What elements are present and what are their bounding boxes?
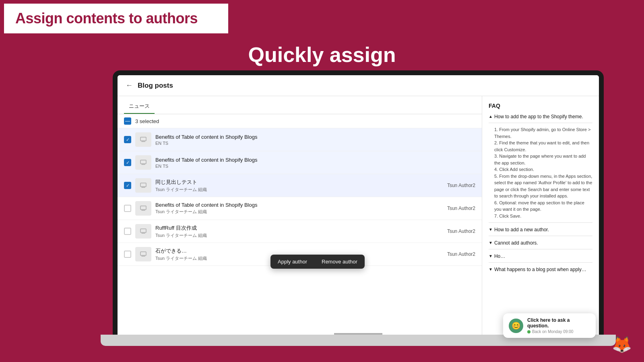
blog-item-title: Benefits of Table of content in Shopify …: [155, 202, 443, 208]
blog-item-meta: Tsun ライターチーム 組織: [155, 232, 443, 239]
blog-item-checkbox[interactable]: [124, 228, 131, 235]
blog-panel: ニュース — 3 selected ✓Benefits of Table of …: [118, 96, 482, 346]
blog-item-author: Tsun Author2: [447, 206, 475, 211]
blog-item-info: Benefits of Table of content in Shopify …: [155, 202, 443, 215]
faq-items: ▲How to add the app to the Shopify theme…: [489, 114, 592, 272]
blog-item-checkbox[interactable]: ✓: [124, 136, 131, 143]
remove-author-button[interactable]: Remove author: [314, 255, 365, 269]
svg-rect-5: [140, 252, 146, 255]
faq-question[interactable]: ▼How to add a new author.: [489, 227, 592, 232]
blog-item-meta: EN TS: [155, 141, 475, 146]
blog-item-title: Benefits of Table of content in Shopify …: [155, 134, 475, 140]
faq-divider: [489, 222, 592, 223]
title-banner: Assign contents to authors: [4, 4, 228, 33]
blog-item-info: Benefits of Table of content in Shopify …: [155, 134, 475, 146]
blog-item-thumbnail: [135, 155, 151, 170]
blog-item-meta: Tsun ライターチーム 組織: [155, 209, 443, 215]
screen-content: ← Blog posts ニュース — 3 selected: [118, 75, 599, 346]
blog-item-info: Benefits of Table of content in Shopify …: [155, 157, 475, 169]
faq-item: ▼Cannot add authors.: [489, 240, 592, 249]
blog-list-item[interactable]: 石ができる…Tsun ライターチーム 組織Tsun Author2Apply a…: [118, 243, 482, 266]
blog-list-item[interactable]: ✓Benefits of Table of content in Shopify…: [118, 128, 482, 151]
blog-item-info: 同じ見出しテストTsun ライターチーム 組織: [155, 179, 443, 193]
faq-arrow-icon: ▼: [489, 227, 493, 232]
blog-list-item[interactable]: ✓Benefits of Table of content in Shopify…: [118, 151, 482, 174]
faq-question[interactable]: ▼What happens to a blog post when apply…: [489, 267, 592, 272]
faq-item: ▼What happens to a blog post when apply…: [489, 267, 592, 272]
blog-item-thumbnail: [135, 201, 151, 216]
blog-item-thumbnail: [135, 224, 151, 239]
faq-arrow-icon: ▼: [489, 241, 493, 245]
svg-rect-1: [140, 160, 146, 164]
blog-item-thumbnail: [135, 178, 151, 193]
faq-answer: 1. From your Shopify admin, go to Online…: [489, 126, 592, 219]
blog-list-item[interactable]: ✓同じ見出しテストTsun ライターチーム 組織Tsun Author2: [118, 174, 482, 197]
chat-text: Click here to ask a question. Back on Mo…: [527, 317, 590, 334]
blog-item-author: Tsun Author2: [447, 183, 475, 188]
faq-item: ▼How to add a new author.: [489, 227, 592, 236]
faq-panel: FAQ ▲How to add the app to the Shopify t…: [482, 96, 599, 346]
chat-main-text: Click here to ask a question.: [527, 317, 590, 329]
blog-item-title: 石ができる…: [155, 247, 443, 255]
blog-item-title: Benefits of Table of content in Shopify …: [155, 157, 475, 163]
blog-item-info: RuffRuff 目次作成Tsun ライターチーム 組織: [155, 224, 443, 239]
faq-arrow-icon: ▼: [489, 254, 493, 258]
blog-item-checkbox[interactable]: ✓: [124, 159, 131, 166]
select-all-icon[interactable]: —: [124, 117, 131, 125]
blog-item-author: Tsun Author2: [447, 251, 475, 257]
blog-item-checkbox[interactable]: [124, 205, 131, 212]
chat-sub-text: Back on Monday 09:00: [527, 329, 590, 334]
back-button[interactable]: ←: [126, 81, 133, 90]
blog-list: ✓Benefits of Table of content in Shopify…: [118, 128, 482, 346]
selected-count: 3 selected: [135, 118, 159, 124]
faq-arrow-icon: ▲: [489, 114, 493, 119]
blog-item-title: 同じ見出しテスト: [155, 179, 443, 186]
context-menu: Apply authorRemove author: [270, 255, 365, 269]
blog-item-meta: Tsun ライターチーム 組織: [155, 187, 443, 193]
blog-list-item[interactable]: Benefits of Table of content in Shopify …: [118, 197, 482, 220]
faq-item: ▲How to add the app to the Shopify theme…: [489, 114, 592, 223]
faq-divider: [489, 236, 592, 236]
faq-title: FAQ: [489, 103, 592, 109]
blog-item-meta: EN TS: [155, 164, 475, 169]
faq-arrow-icon: ▼: [489, 267, 493, 272]
blog-item-checkbox[interactable]: [124, 251, 131, 258]
header-bar: ← Blog posts: [118, 75, 599, 96]
blog-item-title: RuffRuff 目次作成: [155, 224, 443, 232]
faq-question[interactable]: ▼Ho…: [489, 253, 592, 259]
apply-author-button[interactable]: Apply author: [270, 255, 314, 269]
blog-list-item[interactable]: RuffRuff 目次作成Tsun ライターチーム 組織Tsun Author2: [118, 220, 482, 243]
page-title: Assign contents to authors: [15, 10, 217, 27]
faq-question[interactable]: ▲How to add the app to the Shopify theme…: [489, 114, 592, 119]
svg-rect-0: [140, 137, 146, 141]
chat-widget[interactable]: 😊 Click here to ask a question. Back on …: [503, 313, 596, 338]
page-header-title: Blog posts: [138, 82, 173, 90]
svg-rect-3: [140, 206, 146, 210]
main-layout: ニュース — 3 selected ✓Benefits of Table of …: [118, 96, 599, 346]
online-indicator: [527, 330, 530, 333]
blog-item-checkbox[interactable]: ✓: [124, 182, 131, 189]
tab-news[interactable]: ニュース: [124, 99, 155, 114]
svg-rect-2: [140, 183, 146, 187]
laptop-screen: ← Blog posts ニュース — 3 selected: [118, 75, 599, 346]
faq-divider: [489, 123, 592, 123]
chat-avatar-emoji: 😊: [512, 321, 520, 330]
selection-bar: — 3 selected: [118, 114, 482, 128]
laptop-container: ← Blog posts ニュース — 3 selected: [113, 70, 604, 346]
faq-divider: [489, 249, 592, 249]
tabs-bar: ニュース: [118, 96, 482, 114]
blog-item-author: Tsun Author2: [447, 228, 475, 234]
fox-logo: 🦊: [612, 335, 632, 354]
subtitle: Quickly assign: [0, 43, 644, 67]
svg-rect-4: [140, 229, 146, 232]
blog-item-thumbnail: [135, 132, 151, 147]
faq-question[interactable]: ▼Cannot add authors.: [489, 240, 592, 246]
chat-avatar: 😊: [509, 319, 523, 333]
blog-item-thumbnail: [135, 247, 151, 261]
faq-divider: [489, 262, 592, 263]
faq-item: ▼Ho…: [489, 253, 592, 263]
